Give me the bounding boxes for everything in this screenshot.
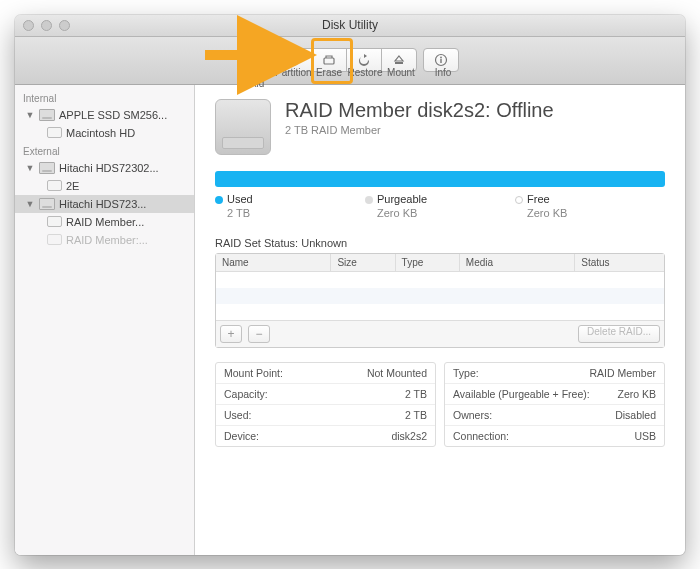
raid-status-label: RAID Set Status: Unknown — [215, 237, 665, 249]
info-grid: Mount Point:Not Mounted Capacity:2 TB Us… — [215, 362, 665, 447]
svg-rect-5 — [440, 59, 441, 63]
sidebar-item-volume[interactable]: 2E — [15, 177, 194, 195]
volume-header: RAID Member disk2s2: Offline 2 TB RAID M… — [215, 99, 665, 155]
sidebar: Internal ▼APPLE SSD SM256... Macintosh H… — [15, 85, 195, 555]
legend-used: Used 2 TB — [215, 193, 365, 219]
col-name[interactable]: Name — [216, 254, 331, 271]
info-row: Owners:Disabled — [445, 405, 664, 426]
raid-table-header: Name Size Type Media Status — [216, 254, 664, 272]
mount-label: Mount — [383, 67, 419, 89]
content: RAID Member disk2s2: Offline 2 TB RAID M… — [195, 85, 685, 555]
legend-dot-icon — [365, 196, 373, 204]
info-row: Mount Point:Not Mounted — [216, 363, 435, 384]
raid-table-footer: + − Delete RAID... — [216, 320, 664, 347]
erase-highlight — [311, 38, 353, 84]
info-row: Available (Purgeable + Free):Zero KB — [445, 384, 664, 405]
sidebar-item-disk[interactable]: ▼Hitachi HDS72302... — [15, 159, 194, 177]
info-row: Capacity:2 TB — [216, 384, 435, 405]
volume-icon — [47, 180, 62, 191]
volume-icon — [47, 234, 62, 245]
volume-title: RAID Member disk2s2: Offline — [285, 99, 554, 122]
info-row: Type:RAID Member — [445, 363, 664, 384]
body: Internal ▼APPLE SSD SM256... Macintosh H… — [15, 85, 685, 555]
info-row: Device:disk2s2 — [216, 426, 435, 446]
info-row: Connection:USB — [445, 426, 664, 446]
disk-large-icon — [215, 99, 271, 155]
info-left: Mount Point:Not Mounted Capacity:2 TB Us… — [215, 362, 436, 447]
sidebar-item-volume[interactable]: RAID Member... — [15, 213, 194, 231]
sidebar-item-volume[interactable]: Macintosh HD — [15, 124, 194, 142]
raid-table: Name Size Type Media Status + − Delete R… — [215, 253, 665, 348]
sidebar-item-disk[interactable]: ▼APPLE SSD SM256... — [15, 106, 194, 124]
disclosure-triangle-icon[interactable]: ▼ — [25, 163, 35, 173]
svg-rect-2 — [395, 62, 403, 64]
toolbar: First Aid Partition Erase Restore Mount … — [15, 37, 685, 85]
raid-table-body — [216, 272, 664, 320]
volume-icon — [47, 127, 62, 138]
disclosure-triangle-icon[interactable]: ▼ — [25, 110, 35, 120]
col-type[interactable]: Type — [396, 254, 460, 271]
callout-arrow-icon — [205, 37, 315, 77]
legend-dot-icon — [215, 196, 223, 204]
legend-free: Free Zero KB — [515, 193, 665, 219]
info-row: Used:2 TB — [216, 405, 435, 426]
volume-subtitle: 2 TB RAID Member — [285, 124, 554, 136]
remove-button[interactable]: − — [248, 325, 270, 343]
add-button[interactable]: + — [220, 325, 242, 343]
sidebar-header-external: External — [15, 142, 194, 159]
volume-icon — [47, 216, 62, 227]
usage-bar — [215, 171, 665, 187]
disk-icon — [39, 198, 55, 210]
legend-purgeable: Purgeable Zero KB — [365, 193, 515, 219]
usage-legend: Used 2 TB Purgeable Zero KB Free Zero KB — [215, 193, 665, 219]
disclosure-triangle-icon[interactable]: ▼ — [25, 199, 35, 209]
disk-icon — [39, 109, 55, 121]
svg-point-4 — [440, 57, 442, 59]
info-right: Type:RAID Member Available (Purgeable + … — [444, 362, 665, 447]
delete-raid-button[interactable]: Delete RAID... — [578, 325, 660, 343]
col-size[interactable]: Size — [331, 254, 395, 271]
legend-dot-icon — [515, 196, 523, 204]
window-title: Disk Utility — [15, 18, 685, 32]
sidebar-item-volume-dim[interactable]: RAID Member:... — [15, 231, 194, 249]
sidebar-header-internal: Internal — [15, 89, 194, 106]
col-media[interactable]: Media — [460, 254, 575, 271]
sidebar-item-disk-selected[interactable]: ▼Hitachi HDS723... — [15, 195, 194, 213]
disk-utility-window: Disk Utility First Aid Partition Erase R… — [15, 15, 685, 555]
disk-icon — [39, 162, 55, 174]
col-status[interactable]: Status — [575, 254, 664, 271]
titlebar: Disk Utility — [15, 15, 685, 37]
info-label: Info — [425, 67, 461, 89]
